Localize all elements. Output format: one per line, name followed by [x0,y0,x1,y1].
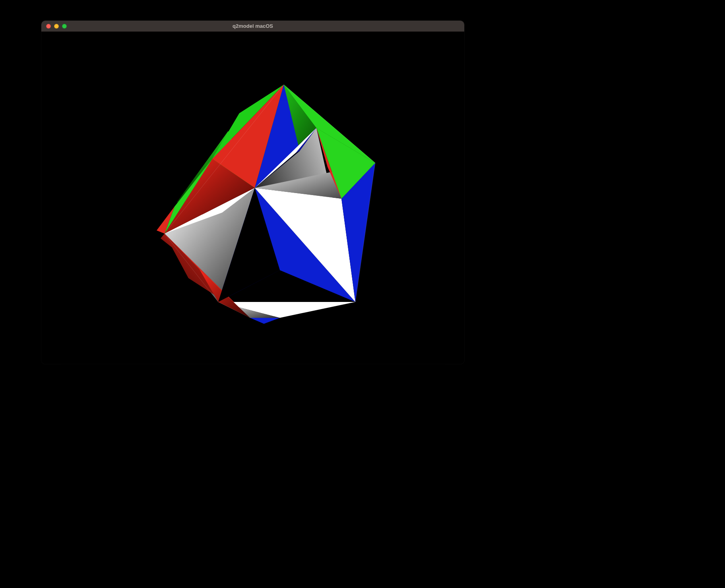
titlebar[interactable]: q2model macOS [41,21,464,32]
window-close-button[interactable] [46,24,51,29]
window-title: q2model macOS [41,23,464,29]
svg-marker-31 [250,318,280,324]
window-zoom-button[interactable] [62,24,67,29]
model-viewport[interactable] [41,32,464,364]
model-render [41,32,464,364]
app-window[interactable]: q2model macOS [41,21,464,364]
window-minimize-button[interactable] [54,24,59,29]
traffic-lights [41,24,67,29]
